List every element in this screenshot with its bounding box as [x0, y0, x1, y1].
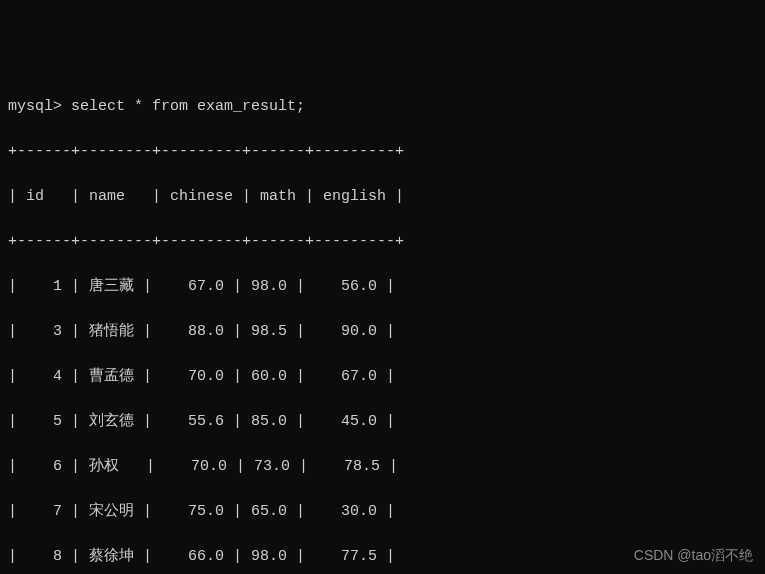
table-row: | 6 | 孙权 | 70.0 | 73.0 | 78.5 | [8, 456, 757, 479]
table-row: | 4 | 曹孟德 | 70.0 | 60.0 | 67.0 | [8, 366, 757, 389]
mysql-prompt: mysql> [8, 98, 62, 115]
table-row: | 7 | 宋公明 | 75.0 | 65.0 | 30.0 | [8, 501, 757, 524]
table-row: | 5 | 刘玄德 | 55.6 | 85.0 | 45.0 | [8, 411, 757, 434]
query1-sql: select * from exam_result; [71, 98, 305, 115]
watermark-text: CSDN @tao滔不绝 [634, 545, 753, 566]
table-row: | 1 | 唐三藏 | 67.0 | 98.0 | 56.0 | [8, 276, 757, 299]
table-row: | 3 | 猪悟能 | 88.0 | 98.5 | 90.0 | [8, 321, 757, 344]
query1-border-top: +------+--------+---------+------+------… [8, 141, 757, 164]
query1-border-mid: +------+--------+---------+------+------… [8, 231, 757, 254]
query1-prompt-line: mysql> select * from exam_result; [8, 96, 757, 119]
query1-header: | id | name | chinese | math | english | [8, 186, 757, 209]
